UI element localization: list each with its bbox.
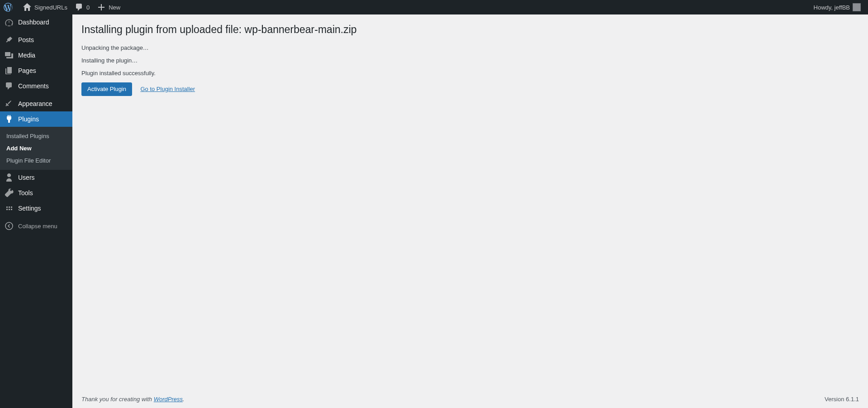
brush-icon [5, 99, 14, 108]
admin-topbar: SignedURLs 0 New Howdy, jeffBB [0, 0, 868, 14]
menu-dashboard-label: Dashboard [18, 19, 49, 26]
wordpress-logo-icon [4, 3, 13, 12]
menu-users[interactable]: Users [0, 170, 72, 185]
content-area: Installing plugin from uploaded file: wp… [72, 14, 868, 408]
go-to-plugin-installer-link[interactable]: Go to Plugin Installer [140, 86, 195, 92]
collapse-icon [5, 221, 14, 230]
svg-point-0 [5, 222, 13, 230]
status-success: Plugin installed successfully. [81, 70, 859, 77]
comments-link[interactable]: 0 [71, 0, 93, 14]
admin-sidebar: Dashboard Posts Media Pages Comments App… [0, 14, 72, 408]
site-name-text: SignedURLs [34, 4, 67, 11]
menu-media[interactable]: Media [0, 48, 72, 63]
content-inner: Installing plugin from uploaded file: wp… [72, 14, 868, 96]
media-icon [5, 51, 14, 60]
footer-thanks-suffix: . [183, 396, 185, 403]
comment-icon [75, 3, 84, 12]
footer-version: Version 6.1.1 [825, 396, 859, 403]
plugin-icon [5, 115, 14, 124]
menu-plugins-label: Plugins [18, 115, 39, 123]
menu-posts-label: Posts [18, 36, 34, 43]
dashboard-icon [5, 18, 14, 27]
footer-thanks: Thank you for creating with WordPress. [81, 396, 185, 403]
page-title: Installing plugin from uploaded file: wp… [81, 19, 859, 38]
howdy-text: Howdy, jeffBB [814, 4, 850, 11]
new-content-link[interactable]: New [93, 0, 124, 14]
home-icon [23, 3, 32, 12]
wrench-icon [5, 188, 14, 197]
menu-dashboard[interactable]: Dashboard [0, 14, 72, 30]
user-icon [5, 173, 14, 182]
menu-appearance[interactable]: Appearance [0, 96, 72, 111]
submenu-add-new[interactable]: Add New [0, 142, 72, 154]
menu-plugins[interactable]: Plugins [0, 111, 72, 127]
collapse-label: Collapse menu [18, 223, 57, 230]
site-name-link[interactable]: SignedURLs [19, 0, 71, 14]
pin-icon [5, 35, 14, 44]
my-account-link[interactable]: Howdy, jeffBB [810, 0, 864, 14]
menu-tools-label: Tools [18, 189, 33, 197]
action-row: Activate Plugin Go to Plugin Installer [81, 82, 859, 96]
menu-tools[interactable]: Tools [0, 185, 72, 201]
menu-settings-label: Settings [18, 205, 41, 212]
menu-pages-label: Pages [18, 67, 36, 74]
footer-wordpress-link[interactable]: WordPress [154, 396, 183, 403]
page-icon [5, 66, 14, 75]
menu-appearance-label: Appearance [18, 100, 52, 107]
menu-media-label: Media [18, 52, 35, 59]
comment-icon [5, 82, 14, 91]
activate-plugin-button[interactable]: Activate Plugin [81, 82, 132, 96]
footer-thanks-prefix: Thank you for creating with [81, 396, 154, 403]
menu-settings[interactable]: Settings [0, 201, 72, 216]
plugins-submenu: Installed Plugins Add New Plugin File Ed… [0, 127, 72, 170]
status-unpacking: Unpacking the package… [81, 44, 859, 51]
submenu-plugin-editor[interactable]: Plugin File Editor [0, 154, 72, 167]
submenu-installed-plugins[interactable]: Installed Plugins [0, 130, 72, 142]
collapse-menu[interactable]: Collapse menu [0, 218, 72, 234]
new-label: New [109, 4, 120, 11]
menu-pages[interactable]: Pages [0, 63, 72, 78]
status-installing: Installing the plugin… [81, 57, 859, 64]
menu-comments[interactable]: Comments [0, 78, 72, 94]
menu-users-label: Users [18, 174, 35, 181]
avatar-icon [853, 3, 861, 11]
menu-comments-label: Comments [18, 82, 49, 90]
admin-footer: Thank you for creating with WordPress. V… [72, 390, 868, 408]
topbar-right: Howdy, jeffBB [810, 0, 868, 14]
plus-icon [97, 3, 106, 12]
menu-posts[interactable]: Posts [0, 32, 72, 48]
comments-count: 0 [86, 4, 90, 11]
topbar-left: SignedURLs 0 New [0, 0, 124, 14]
settings-icon [5, 204, 14, 213]
wp-logo-menu[interactable] [0, 0, 19, 14]
